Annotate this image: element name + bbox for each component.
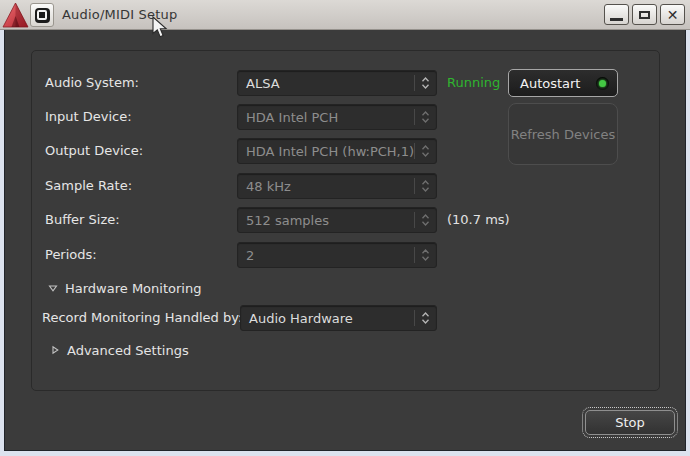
maximize-icon	[639, 11, 650, 19]
audio-system-select[interactable]: ALSA	[237, 70, 437, 96]
minimize-button[interactable]	[604, 4, 629, 25]
window-menu-button[interactable]	[30, 3, 54, 27]
output-device-select[interactable]: HDA Intel PCH (hw:PCH,1)	[237, 138, 437, 164]
record-monitoring-label: Record Monitoring Handled by:	[42, 305, 242, 331]
dropdown-arrows-icon	[415, 249, 436, 261]
latency-readout: (10.7 ms)	[447, 207, 510, 233]
sample-rate-select[interactable]: 48 kHz	[237, 173, 437, 199]
dropdown-arrows-icon	[415, 145, 436, 157]
engine-status: Running	[447, 70, 500, 96]
dropdown-arrows-icon	[415, 214, 436, 226]
refresh-devices-button[interactable]: Refresh Devices	[508, 103, 618, 165]
window-title: Audio/MIDI Setup	[62, 0, 177, 29]
expander-open-icon	[48, 283, 58, 293]
periods-label: Periods:	[45, 242, 97, 268]
buffer-size-label: Buffer Size:	[45, 207, 120, 233]
input-device-label: Input Device:	[45, 104, 132, 130]
autostart-button[interactable]: Autostart	[508, 69, 618, 97]
output-device-label: Output Device:	[45, 138, 143, 164]
advanced-settings-expander[interactable]: Advanced Settings	[50, 338, 189, 362]
close-button[interactable]: ✕	[660, 4, 685, 25]
dropdown-arrows-icon	[415, 111, 436, 123]
titlebar[interactable]: Audio/MIDI Setup ✕	[0, 0, 690, 30]
stop-button[interactable]: Stop	[585, 410, 675, 435]
window-controls: ✕	[604, 4, 685, 25]
minimize-icon	[610, 18, 623, 21]
app-icon	[35, 8, 50, 23]
buffer-size-select[interactable]: 512 samples	[237, 207, 437, 233]
input-device-select[interactable]: HDA Intel PCH	[237, 104, 437, 130]
record-monitoring-select[interactable]: Audio Hardware	[240, 305, 437, 331]
expander-closed-icon	[50, 345, 60, 355]
audio-system-label: Audio System:	[45, 70, 139, 96]
maximize-button[interactable]	[632, 4, 657, 25]
sample-rate-label: Sample Rate:	[45, 173, 132, 199]
dropdown-arrows-icon	[415, 77, 436, 89]
dropdown-arrows-icon	[415, 312, 436, 324]
periods-select[interactable]: 2	[237, 242, 437, 268]
dropdown-arrows-icon	[415, 180, 436, 192]
autostart-led-icon	[596, 77, 609, 90]
audio-midi-setup-window: Audio/MIDI Setup ✕ Audio System: Input D…	[0, 0, 690, 456]
hardware-monitoring-expander[interactable]: Hardware Monitoring	[48, 276, 201, 300]
ardour-logo-icon	[2, 2, 29, 28]
close-icon: ✕	[667, 8, 679, 22]
